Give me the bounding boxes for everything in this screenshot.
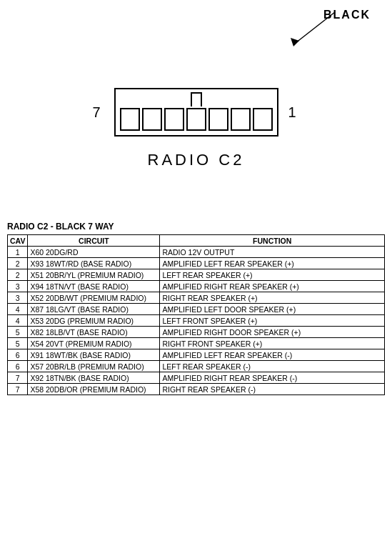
connector-pin-3 xyxy=(164,108,184,131)
connector-pin-4 xyxy=(186,108,206,131)
table-row: 7X92 18TN/BK (BASE RADIO)AMPLIFIED RIGHT… xyxy=(8,372,385,384)
cell-circuit: X82 18LB/VT (BASE RADIO) xyxy=(28,327,160,338)
arrow-diagram xyxy=(242,4,371,61)
cell-circuit: X58 20DB/OR (PREMIUM RADIO) xyxy=(28,384,160,395)
cell-circuit: X52 20DB/WT (PREMIUM RADIO) xyxy=(28,292,160,304)
cell-cav: 5 xyxy=(8,327,28,338)
cell-cav: 3 xyxy=(8,292,28,304)
table-row: 2X51 20BR/YL (PREMIUM RADIO)LEFT REAR SP… xyxy=(8,269,385,281)
cell-circuit: X54 20VT (PREMIUM RADIO) xyxy=(28,338,160,349)
table-row: 1X60 20DG/RDRADIO 12V OUTPUT xyxy=(8,247,385,258)
svg-marker-1 xyxy=(291,38,299,46)
connector-pin-5 xyxy=(208,108,228,131)
table-row: 4X87 18LG/VT (BASE RADIO)AMPLIFIED LEFT … xyxy=(8,304,385,315)
cell-circuit: X92 18TN/BK (BASE RADIO) xyxy=(28,372,160,384)
connector-pins-row xyxy=(120,108,273,131)
cell-function: AMPLIFIED RIGHT REAR SPEAKER (-) xyxy=(160,372,385,384)
header-cav: CAV xyxy=(8,235,28,247)
cell-function: AMPLIFIED RIGHT DOOR SPEAKER (+) xyxy=(160,327,385,338)
cell-function: AMPLIFIED LEFT REAR SPEAKER (-) xyxy=(160,349,385,361)
cell-circuit: X91 18WT/BK (BASE RADIO) xyxy=(28,349,160,361)
cell-cav: 6 xyxy=(8,361,28,372)
table-row: 3X52 20DB/WT (PREMIUM RADIO)RIGHT REAR S… xyxy=(8,292,385,304)
cell-function: RIGHT REAR SPEAKER (-) xyxy=(160,384,385,395)
pin-number-left: 7 xyxy=(93,104,101,121)
header-function: FUNCTION xyxy=(160,235,385,247)
diagram-area: BLACK 7 1 xyxy=(0,0,392,214)
cell-cav: 4 xyxy=(8,315,28,327)
connector-pin-7 xyxy=(253,108,273,131)
cell-cav: 5 xyxy=(8,338,28,349)
cell-cav: 7 xyxy=(8,384,28,395)
cell-cav: 2 xyxy=(8,258,28,269)
table-row: 5X54 20VT (PREMIUM RADIO)RIGHT FRONT SPE… xyxy=(8,338,385,349)
cell-circuit: X57 20BR/LB (PREMIUM RADIO) xyxy=(28,361,160,372)
cell-circuit: X87 18LG/VT (BASE RADIO) xyxy=(28,304,160,315)
table-row: 6X57 20BR/LB (PREMIUM RADIO)LEFT REAR SP… xyxy=(8,361,385,372)
pin-number-right: 1 xyxy=(288,104,296,121)
table-row: 4X53 20DG (PREMIUM RADIO)LEFT FRONT SPEA… xyxy=(8,315,385,327)
cell-cav: 4 xyxy=(8,304,28,315)
cell-function: AMPLIFIED LEFT DOOR SPEAKER (+) xyxy=(160,304,385,315)
cell-function: AMPLIFIED LEFT REAR SPEAKER (+) xyxy=(160,258,385,269)
table-row: 7X58 20DB/OR (PREMIUM RADIO)RIGHT REAR S… xyxy=(8,384,385,395)
cell-function: RADIO 12V OUTPUT xyxy=(160,247,385,258)
connector-body xyxy=(114,88,278,137)
table-row: 5X82 18LB/VT (BASE RADIO)AMPLIFIED RIGHT… xyxy=(8,327,385,338)
table-section: RADIO C2 - BLACK 7 WAY CAV CIRCUIT FUNCT… xyxy=(0,222,392,395)
cell-function: RIGHT REAR SPEAKER (+) xyxy=(160,292,385,304)
cell-function: LEFT REAR SPEAKER (-) xyxy=(160,361,385,372)
table-row: 6X91 18WT/BK (BASE RADIO)AMPLIFIED LEFT … xyxy=(8,349,385,361)
table-title: RADIO C2 - BLACK 7 WAY xyxy=(7,222,385,232)
cell-circuit: X60 20DG/RD xyxy=(28,247,160,258)
cell-circuit: X94 18TN/VT (BASE RADIO) xyxy=(28,281,160,292)
cell-function: AMPLIFIED RIGHT REAR SPEAKER (+) xyxy=(160,281,385,292)
radio-label: RADIO C2 xyxy=(148,151,245,169)
cell-circuit: X51 20BR/YL (PREMIUM RADIO) xyxy=(28,269,160,281)
table-row: 2X93 18WT/RD (BASE RADIO)AMPLIFIED LEFT … xyxy=(8,258,385,269)
table-row: 3X94 18TN/VT (BASE RADIO)AMPLIFIED RIGHT… xyxy=(8,281,385,292)
connector-diagram: 7 1 xyxy=(114,88,278,137)
header-circuit: CIRCUIT xyxy=(28,235,160,247)
wiring-table: CAV CIRCUIT FUNCTION 1X60 20DG/RDRADIO 1… xyxy=(7,234,385,395)
cell-cav: 2 xyxy=(8,269,28,281)
cell-cav: 1 xyxy=(8,247,28,258)
cell-circuit: X93 18WT/RD (BASE RADIO) xyxy=(28,258,160,269)
svg-line-0 xyxy=(296,12,335,43)
cell-function: LEFT FRONT SPEAKER (+) xyxy=(160,315,385,327)
connector-pin-2 xyxy=(142,108,162,131)
cell-circuit: X53 20DG (PREMIUM RADIO) xyxy=(28,315,160,327)
connector-pin-1 xyxy=(120,108,140,131)
cell-cav: 6 xyxy=(8,349,28,361)
cell-function: RIGHT FRONT SPEAKER (+) xyxy=(160,338,385,349)
cell-cav: 3 xyxy=(8,281,28,292)
connector-top-pin xyxy=(191,92,202,106)
cell-function: LEFT REAR SPEAKER (+) xyxy=(160,269,385,281)
cell-cav: 7 xyxy=(8,372,28,384)
page: BLACK 7 1 xyxy=(0,0,392,536)
connector-pin-6 xyxy=(231,108,251,131)
